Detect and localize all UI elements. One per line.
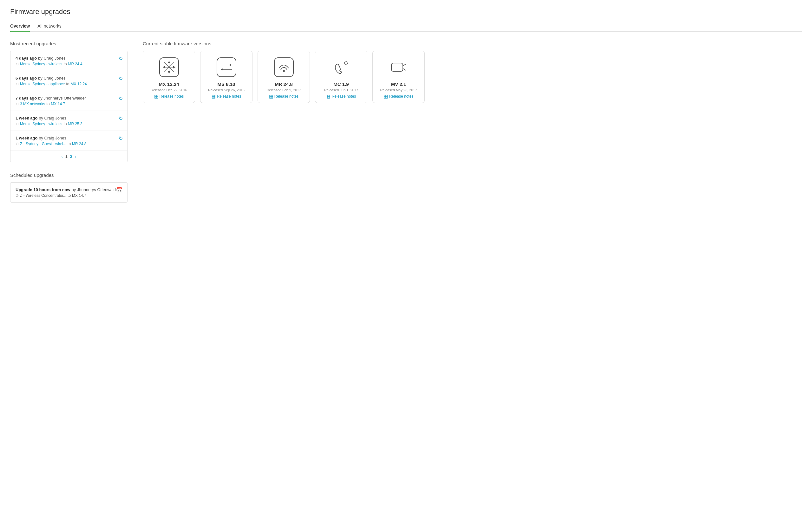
firmware-release: Released May 23, 2017	[380, 88, 417, 92]
notes-icon: ▦	[326, 94, 330, 99]
network-dot-icon: ⊙	[16, 102, 19, 106]
svg-marker-6	[168, 71, 170, 73]
scheduled-time: Upgrade 10 hours from now	[16, 187, 70, 192]
svg-rect-16	[392, 63, 403, 71]
table-row: 4 days ago by Craig Jones ⊙ Meraki Sydne…	[10, 51, 127, 71]
refresh-icon[interactable]: ↻	[119, 95, 123, 101]
refresh-icon[interactable]: ↻	[119, 135, 123, 141]
mx-icon	[158, 56, 180, 78]
page-1-button[interactable]: 1	[65, 154, 67, 159]
svg-marker-12	[230, 64, 232, 66]
mr-icon	[273, 56, 295, 78]
table-row: 1 week ago by Craig Jones ⊙ Z - Sydney -…	[10, 131, 127, 151]
firmware-version: MX 12.24	[158, 82, 179, 87]
table-row: 1 week ago by Craig Jones ⊙ Meraki Sydne…	[10, 111, 127, 131]
version-link[interactable]: MR 24.4	[68, 62, 82, 66]
network-link[interactable]: Meraki Sydney - wireless	[20, 122, 62, 126]
notes-icon: ▦	[211, 94, 216, 99]
version-link[interactable]: MR 24.8	[72, 142, 86, 146]
version-link[interactable]: MR 25.3	[68, 122, 82, 126]
tab-all-networks[interactable]: All networks	[37, 21, 61, 32]
svg-marker-8	[173, 66, 175, 68]
upgrade-detail: ⊙ Meraki Sydney - wireless to MR 24.4	[16, 62, 122, 66]
firmware-version: MC 1.9	[334, 82, 349, 87]
scheduled-detail: ⊙ Z - Wireless Concentrator... to MX 14.…	[16, 193, 122, 198]
refresh-icon[interactable]: ↻	[119, 75, 123, 82]
release-notes-link[interactable]: ▦ Release notes	[269, 94, 299, 99]
upgrade-detail: ⊙ Meraki Sydney - wireless to MR 25.3	[16, 122, 122, 126]
scheduled-network-link[interactable]: Z - Wireless Concentrator...	[20, 193, 66, 198]
notes-icon: ▦	[269, 94, 273, 99]
version-link[interactable]: MX 12.24	[70, 82, 87, 86]
release-notes-label: Release notes	[332, 94, 356, 98]
upgrade-by: by Craig Jones	[39, 135, 66, 141]
network-link[interactable]: Meraki Sydney - wireless	[20, 62, 62, 66]
network-dot-icon: ⊙	[16, 62, 19, 66]
network-dot-icon: ⊙	[16, 122, 19, 126]
scheduled-by: by Jhonnerys Ottenwalder	[72, 187, 120, 192]
upgrade-time: 1 week ago	[16, 135, 37, 141]
upgrade-detail: ⊙ Z - Sydney - Guest - wirel... to MR 24…	[16, 142, 122, 146]
network-dot-icon: ⊙	[16, 193, 19, 198]
firmware-version: MR 24.8	[275, 82, 293, 87]
network-link[interactable]: Meraki Sydney - appliance	[20, 82, 65, 86]
firmware-card-ms: MS 8.10 Released Sep 26, 2016 ▦ Release …	[200, 51, 253, 103]
svg-point-15	[283, 70, 285, 72]
release-notes-label: Release notes	[217, 94, 241, 98]
firmware-versions-title: Current stable firmware versions	[143, 41, 802, 46]
mv-icon	[387, 56, 410, 78]
table-row: 6 days ago by Craig Jones ⊙ Meraki Sydne…	[10, 71, 127, 91]
upgrade-detail: ⊙ 3 MX networks to MX 14.7	[16, 102, 122, 106]
most-recent-title: Most recent upgrades	[10, 41, 127, 46]
tab-overview[interactable]: Overview	[10, 21, 30, 32]
tab-bar: Overview All networks	[10, 21, 802, 32]
firmware-release: Released Dec 22, 2016	[151, 88, 187, 92]
upgrade-list: 4 days ago by Craig Jones ⊙ Meraki Sydne…	[10, 51, 127, 162]
release-notes-link[interactable]: ▦ Release notes	[154, 94, 184, 99]
to-label: to	[66, 82, 69, 86]
page-2-button[interactable]: 2	[70, 154, 72, 159]
to-label: to	[67, 142, 71, 146]
release-notes-link[interactable]: ▦ Release notes	[211, 94, 241, 99]
firmware-version: MV 2.1	[391, 82, 406, 87]
svg-rect-9	[217, 58, 236, 77]
scheduled-list: Upgrade 10 hours from now by Jhonnerys O…	[10, 182, 127, 203]
prev-page-button[interactable]: ‹	[61, 154, 62, 159]
release-notes-link[interactable]: ▦ Release notes	[384, 94, 414, 99]
firmware-release: Released Sep 26, 2016	[208, 88, 244, 92]
release-notes-label: Release notes	[389, 94, 414, 98]
to-label: to	[67, 193, 71, 198]
version-link[interactable]: MX 14.7	[51, 102, 65, 106]
network-dot-icon: ⊙	[16, 82, 19, 86]
upgrade-time: 4 days ago	[16, 56, 37, 61]
notes-icon: ▦	[384, 94, 388, 99]
svg-marker-13	[221, 68, 223, 71]
right-panel: Current stable firmware versions MX 12.2…	[143, 41, 802, 103]
to-label: to	[63, 122, 67, 126]
refresh-icon[interactable]: ↻	[119, 56, 123, 61]
upgrade-detail: ⊙ Meraki Sydney - appliance to MX 12.24	[16, 82, 122, 86]
scheduled-section: Scheduled upgrades Upgrade 10 hours from…	[10, 173, 127, 203]
network-link[interactable]: Z - Sydney - Guest - wirel...	[20, 142, 66, 146]
release-notes-label: Release notes	[274, 94, 299, 98]
firmware-card-mc: MC 1.9 Released Jun 1, 2017 ▦ Release no…	[315, 51, 367, 103]
network-dot-icon: ⊙	[16, 142, 19, 146]
next-page-button[interactable]: ›	[75, 154, 76, 159]
to-label: to	[63, 62, 67, 66]
ms-icon	[215, 56, 238, 78]
scheduled-title: Scheduled upgrades	[10, 173, 127, 178]
upgrade-by: by Craig Jones	[39, 116, 66, 120]
upgrade-time: 1 week ago	[16, 116, 37, 120]
to-label: to	[46, 102, 50, 106]
upgrade-by: by Craig Jones	[38, 76, 66, 81]
firmware-card-mv: MV 2.1 Released May 23, 2017 ▦ Release n…	[372, 51, 425, 103]
firmware-release: Released Feb 9, 2017	[266, 88, 301, 92]
scheduled-version-link[interactable]: MX 14.7	[72, 193, 86, 198]
release-notes-link[interactable]: ▦ Release notes	[326, 94, 356, 99]
firmware-release: Released Jun 1, 2017	[324, 88, 358, 92]
refresh-icon[interactable]: ↻	[119, 115, 123, 121]
firmware-card-mx: MX 12.24 Released Dec 22, 2016 ▦ Release…	[143, 51, 195, 103]
network-link[interactable]: 3 MX networks	[20, 102, 45, 106]
pagination: ‹ 1 2 ›	[10, 151, 127, 162]
firmware-version: MS 8.10	[218, 82, 235, 87]
